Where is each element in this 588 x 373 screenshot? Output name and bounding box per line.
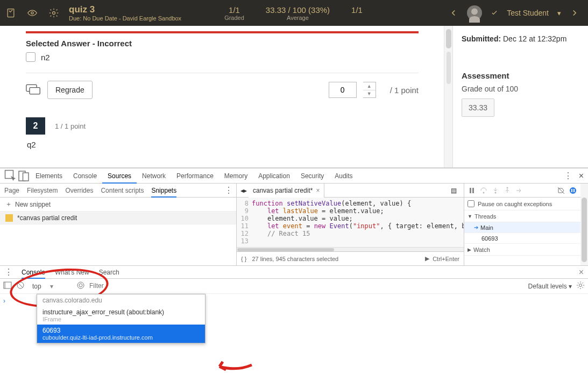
console-filter-input[interactable] <box>89 282 197 290</box>
tab-memory[interactable]: Memory <box>219 168 253 184</box>
debugger-scrollbar[interactable] <box>580 184 588 265</box>
deactivate-breakpoints-icon[interactable] <box>557 186 565 195</box>
code-nav-icon[interactable]: ◂▸ <box>239 187 249 194</box>
tab-application[interactable]: Application <box>253 168 295 184</box>
context-dropdown: canvas.colorado.edu instructure_ajax_err… <box>37 294 206 343</box>
tab-console[interactable]: Console <box>68 168 102 184</box>
devtools: Elements Console Sources Network Perform… <box>0 168 588 373</box>
console-menu-icon[interactable]: ⋮ <box>4 267 12 277</box>
prev-student-icon[interactable] <box>449 8 458 18</box>
clipboard-icon[interactable] <box>0 0 22 26</box>
svg-rect-7 <box>23 173 29 181</box>
brackets-icon[interactable]: { } <box>241 256 246 262</box>
thread-worker[interactable]: 60693 <box>464 233 580 244</box>
snippet-file-icon <box>5 214 13 222</box>
svg-rect-9 <box>472 188 474 193</box>
pause-exceptions-icon[interactable] <box>569 186 577 195</box>
svg-point-2 <box>53 12 55 15</box>
svg-point-1 <box>31 12 33 14</box>
student-dropdown-caret[interactable]: ▾ <box>557 9 561 17</box>
points-label: / 1 point <box>390 86 419 95</box>
code-tab-close-icon[interactable]: × <box>316 187 320 194</box>
console-drawer: ⋮ Console What's New Search × top▾ Defau… <box>0 265 588 373</box>
subtab-filesystem[interactable]: Filesystem <box>27 184 58 198</box>
tab-security[interactable]: Security <box>295 168 329 184</box>
console-prompt-icon[interactable]: › <box>3 297 5 305</box>
incorrect-bar <box>26 31 419 33</box>
log-levels-dropdown[interactable]: Default levels ▾ <box>528 283 572 290</box>
subtab-page[interactable]: Page <box>4 184 19 198</box>
canvas-header: quiz 3 Due: No Due Date - David Eargle S… <box>0 0 588 26</box>
step-into-icon[interactable] <box>491 186 500 195</box>
quiz-subtitle: Due: No Due Date - David Eargle Sandbox <box>69 15 181 22</box>
live-expression-icon[interactable] <box>76 281 85 291</box>
gear-icon[interactable] <box>43 0 65 26</box>
answer-checkbox[interactable] <box>26 52 36 62</box>
pause-icon[interactable] <box>467 186 476 195</box>
run-snippet-icon[interactable]: ▶ <box>425 255 429 262</box>
quiz-title: quiz 3 <box>69 4 181 15</box>
dd-selected[interactable]: 60693 cuboulder.quiz-lti-iad-prod.instru… <box>37 325 205 343</box>
console-tab-whatsnew[interactable]: What's New <box>55 266 89 279</box>
debugger-sidebar: Pause on caught exceptions ▼Threads ➔Mai… <box>464 184 580 265</box>
points-input[interactable] <box>329 82 357 98</box>
subtab-snippets[interactable]: Snippets <box>151 184 176 198</box>
step-out-icon[interactable] <box>503 186 512 195</box>
console-close-icon[interactable]: × <box>579 268 584 277</box>
console-tab-console[interactable]: Console <box>22 266 45 279</box>
snippet-file-row[interactable]: *canvas partial credit <box>0 212 236 224</box>
clear-console-icon[interactable] <box>16 281 25 291</box>
plus-icon: ＋ <box>5 200 12 209</box>
svg-rect-8 <box>470 188 471 193</box>
comment-icon[interactable] <box>26 83 41 96</box>
code-area[interactable]: 8 9 10 11 12 13 function setNativeValue(… <box>237 198 464 247</box>
console-tab-search[interactable]: Search <box>99 266 119 279</box>
selected-answer-header: Selected Answer - Incorrect <box>26 39 431 48</box>
question-2-text: q2 <box>27 140 431 149</box>
pause-caught-checkbox[interactable] <box>467 200 474 207</box>
tab-audits[interactable]: Audits <box>329 168 358 184</box>
tab-performance[interactable]: Performance <box>171 168 219 184</box>
device-icon[interactable] <box>17 170 30 182</box>
console-sidebar-icon[interactable] <box>3 281 12 291</box>
svg-rect-0 <box>8 9 14 17</box>
new-snippet-button[interactable]: ＋ New snippet <box>0 198 236 212</box>
stat-graded: 1/1 Graded <box>224 5 244 21</box>
thread-main[interactable]: ➔Main <box>464 222 580 233</box>
student-name[interactable]: Test Student <box>507 9 549 17</box>
code-text[interactable]: function setNativeValue(element, value) … <box>252 198 464 247</box>
tab-sources[interactable]: Sources <box>102 168 137 184</box>
devtools-menu-icon[interactable]: ⋮ <box>564 171 571 181</box>
question-2-points: 1 / 1 point <box>55 122 86 130</box>
subtab-overrides[interactable]: Overrides <box>65 184 93 198</box>
code-horizontal-scrollbar[interactable] <box>237 247 464 251</box>
step-icon[interactable] <box>515 186 523 195</box>
tab-network[interactable]: Network <box>137 168 171 184</box>
next-student-icon[interactable] <box>570 8 579 18</box>
assessment-header: Assessment <box>462 71 579 80</box>
dd-iframe[interactable]: instructure_ajax_error_result (about:bla… <box>37 306 205 325</box>
stat-average: 33.33 / 100 (33%) Average <box>266 5 330 21</box>
svg-rect-15 <box>573 189 575 192</box>
threads-section[interactable]: ▼Threads <box>464 210 580 222</box>
step-over-icon[interactable] <box>479 186 488 195</box>
context-selector[interactable]: top▾ <box>29 280 72 292</box>
inspect-icon[interactable] <box>4 170 17 182</box>
dd-header: canvas.colorado.edu <box>37 294 205 306</box>
eye-icon[interactable] <box>22 0 43 26</box>
points-stepper[interactable]: ▲▼ <box>363 82 376 98</box>
watch-section[interactable]: ▶Watch <box>464 244 580 256</box>
main-scrollbar[interactable] <box>444 26 452 167</box>
regrade-button[interactable]: Regrade <box>47 81 93 99</box>
devtools-close-icon[interactable]: × <box>579 171 584 181</box>
grade-value[interactable]: 33.33 <box>462 98 494 117</box>
tab-elements[interactable]: Elements <box>30 168 68 184</box>
question-2-number[interactable]: 2 <box>26 117 45 135</box>
toggle-sidebar-icon[interactable]: ▤ <box>451 187 462 194</box>
subtab-more-icon[interactable]: ⋮ <box>224 185 232 195</box>
code-tab[interactable]: canvas partial credit*× <box>249 184 324 198</box>
stat-count: 1/1 <box>351 5 363 21</box>
console-settings-icon[interactable] <box>576 281 585 291</box>
subtab-content[interactable]: Content scripts <box>101 184 144 198</box>
svg-point-10 <box>483 192 485 193</box>
